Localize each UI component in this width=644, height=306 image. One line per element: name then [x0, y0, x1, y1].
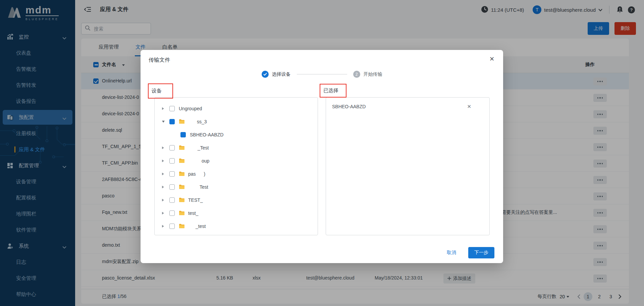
- tree-row[interactable]: TEST_: [155, 193, 318, 206]
- tree-checkbox[interactable]: [169, 106, 175, 111]
- tree-checkbox[interactable]: [169, 145, 175, 150]
- app-root: mdm BLUESPHERE 监控仪表盘告警概览告警转发设备报告预配置注册模板应…: [0, 0, 644, 306]
- annotation-box-device: 设备: [148, 83, 173, 99]
- tree-checkbox[interactable]: [169, 224, 175, 229]
- caret-collapsed-icon[interactable]: [162, 173, 166, 175]
- folder-icon: [179, 197, 185, 202]
- folder-icon: [179, 210, 185, 216]
- tree-checkbox[interactable]: [169, 184, 175, 190]
- tree-node-label: ss_3: [188, 119, 207, 124]
- folder-icon: [179, 145, 185, 150]
- selected-device-name: SBHEO-AABZD: [332, 104, 366, 109]
- next-step-button[interactable]: 下一步: [468, 247, 494, 258]
- tree-row[interactable]: Test: [155, 180, 318, 193]
- selected-devices-panel: SBHEO-AABZD✕: [326, 97, 490, 235]
- tree-checkbox[interactable]: [169, 119, 175, 124]
- folder-icon: [179, 184, 185, 189]
- caret-collapsed-icon[interactable]: [162, 225, 166, 228]
- tree-row[interactable]: ss_3: [155, 115, 318, 128]
- folder-icon: [179, 119, 185, 124]
- remove-device-icon[interactable]: ✕: [467, 104, 471, 110]
- tree-checkbox[interactable]: [180, 132, 186, 137]
- caret-collapsed-icon[interactable]: [162, 107, 166, 110]
- step-label-1: 选择设备: [272, 71, 291, 77]
- step-circle-2: 2: [353, 71, 360, 78]
- redacted-gap: [188, 146, 198, 149]
- tree-node-label: oup: [188, 158, 209, 164]
- caret-expanded-icon[interactable]: [162, 121, 166, 123]
- stepper: 选择设备2开始传输: [141, 71, 503, 78]
- tree-row[interactable]: SBHEO-AABZD: [155, 128, 318, 141]
- tree-row[interactable]: _test: [155, 220, 318, 233]
- device-panel-label: 设备: [152, 88, 162, 94]
- redacted-gap: [188, 120, 197, 123]
- folder-icon: [179, 158, 185, 163]
- tree-row[interactable]: pas): [155, 167, 318, 180]
- caret-collapsed-icon[interactable]: [162, 160, 166, 162]
- caret-collapsed-icon[interactable]: [162, 186, 166, 188]
- tree-row[interactable]: Ungrouped: [155, 102, 318, 115]
- folder-icon: [179, 171, 185, 176]
- redacted-gap: [188, 159, 202, 163]
- tree-node-label: _test: [188, 224, 206, 229]
- annotation-box-selected: 已选择: [320, 84, 346, 98]
- selected-panel-label: 已选择: [323, 87, 338, 94]
- tree-node-label: TEST_: [188, 197, 203, 203]
- tree-row[interactable]: _Test: [155, 141, 318, 154]
- step-circle-1: [262, 71, 269, 78]
- caret-collapsed-icon[interactable]: [162, 212, 166, 215]
- close-icon[interactable]: ✕: [489, 56, 494, 62]
- redacted-gap: [196, 172, 204, 176]
- folder-icon: [179, 224, 185, 229]
- tree-checkbox[interactable]: [169, 171, 175, 177]
- tree-checkbox[interactable]: [169, 158, 175, 164]
- tree-row[interactable]: oup: [155, 154, 318, 167]
- tree-node-label: SBHEO-AABZD: [190, 132, 223, 137]
- caret-collapsed-icon[interactable]: [162, 199, 166, 201]
- tree-node-label: pas): [188, 171, 205, 177]
- tree-node-label: Ungrouped: [179, 106, 202, 111]
- stepper-line: [297, 74, 347, 74]
- step-label-2: 开始传输: [364, 71, 382, 77]
- selected-device-item: SBHEO-AABZD✕: [326, 100, 489, 114]
- modal-title: 传输文件: [149, 57, 170, 64]
- redacted-gap: [188, 225, 196, 228]
- tree-checkbox[interactable]: [169, 197, 175, 203]
- tree-row[interactable]: test_: [155, 206, 318, 220]
- tree-node-label: _Test: [188, 145, 209, 150]
- transfer-file-modal: 传输文件 ✕ 选择设备2开始传输 设备 已选择 Ungroupedss_3SBH…: [141, 50, 503, 263]
- redacted-gap: [188, 185, 200, 189]
- tree-node-label: Test: [188, 184, 208, 190]
- device-tree-panel: Ungroupedss_3SBHEO-AABZD_Testouppas)Test…: [154, 97, 318, 235]
- tree-node-label: test_: [188, 210, 198, 216]
- tree-checkbox[interactable]: [169, 210, 175, 216]
- cancel-button[interactable]: 取消: [445, 249, 458, 256]
- caret-collapsed-icon[interactable]: [162, 146, 166, 149]
